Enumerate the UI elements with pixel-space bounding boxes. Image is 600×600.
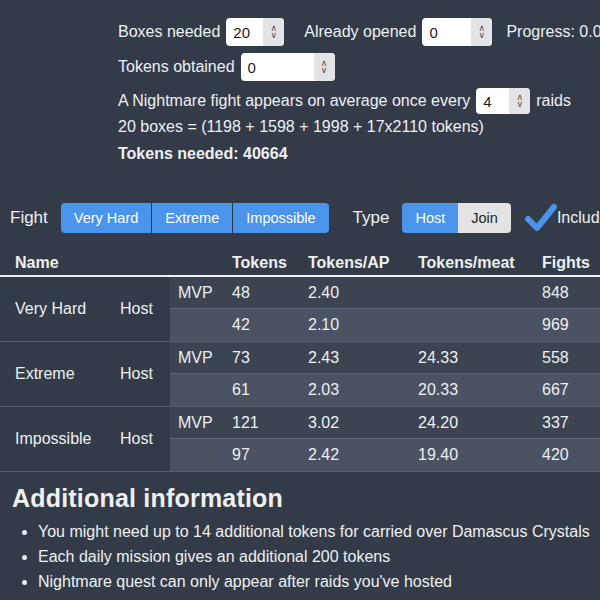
nightmare-frequency-value[interactable]: 4 (476, 88, 509, 114)
group-type: Host (120, 342, 170, 406)
header-tokens-meat: Tokens/meat (418, 254, 542, 272)
cell-mvp: MVP (170, 414, 232, 432)
spinner-down-icon[interactable]: ∨ (271, 32, 278, 39)
table-group-very-hard: Very Hard Host MVP 48 2.40 848 42 2.10 9… (0, 277, 600, 342)
form-row-tokens-obtained: Tokens obtained 0 ∧∨ (118, 53, 335, 81)
already-opened-input[interactable]: 0 ∧∨ (422, 18, 492, 46)
cell-tokens-ap: 2.40 (308, 284, 418, 302)
checkmark-icon[interactable] (525, 202, 557, 234)
cell-tokens-meat: 24.33 (418, 349, 542, 367)
cell-tokens-ap: 2.43 (308, 349, 418, 367)
tokens-obtained-label: Tokens obtained (118, 58, 235, 76)
table-row: MVP 121 3.02 24.20 337 (170, 407, 600, 439)
type-button-group: Host Join (402, 203, 510, 233)
boxes-needed-value[interactable]: 20 (226, 18, 263, 46)
spinner-arrows[interactable]: ∧∨ (509, 88, 530, 114)
additional-info-list: You might need up to 14 additional token… (12, 523, 600, 591)
type-host-button[interactable]: Host (402, 203, 458, 233)
table-group-impossible: Impossible Host MVP 121 3.02 24.20 337 9… (0, 407, 600, 472)
list-item: You might need up to 14 additional token… (38, 523, 600, 541)
cell-mvp: MVP (170, 284, 232, 302)
cell-tokens: 42 (232, 316, 308, 334)
fight-label: Fight (10, 208, 48, 228)
group-name: Very Hard (0, 277, 120, 341)
cell-fights: 969 (542, 316, 600, 334)
boxes-needed-input[interactable]: 20 ∧∨ (226, 18, 284, 46)
tokens-obtained-input[interactable]: 0 ∧∨ (241, 53, 335, 81)
type-label: Type (353, 208, 390, 228)
cell-tokens-meat: 24.20 (418, 414, 542, 432)
fight-impossible-button[interactable]: Impossible (232, 203, 328, 233)
fight-button-group: Very Hard Extreme Impossible (61, 203, 329, 233)
table-header-row: Name Tokens Tokens/AP Tokens/meat Fights (0, 250, 600, 277)
already-opened-label: Already opened (304, 23, 416, 41)
nightmare-frequency-prefix: A Nightmare fight appears on average onc… (118, 92, 470, 110)
table-row: 61 2.03 20.33 667 (170, 374, 600, 406)
cell-fights: 558 (542, 349, 600, 367)
cell-tokens: 61 (232, 381, 308, 399)
cell-tokens-ap: 2.03 (308, 381, 418, 399)
tokens-needed-text: Tokens needed: 40664 (118, 145, 288, 163)
cell-tokens-ap: 2.42 (308, 446, 418, 464)
table-row: MVP 48 2.40 848 (170, 277, 600, 309)
fight-extreme-button[interactable]: Extreme (151, 203, 232, 233)
cell-mvp: MVP (170, 349, 232, 367)
cell-fights: 337 (542, 414, 600, 432)
nightmare-frequency-suffix: raids (536, 92, 571, 110)
cell-tokens-meat: 19.40 (418, 446, 542, 464)
cell-tokens-ap: 2.10 (308, 316, 418, 334)
cell-tokens: 48 (232, 284, 308, 302)
fight-very-hard-button[interactable]: Very Hard (61, 203, 151, 233)
boxes-breakdown-text: 20 boxes = (1198 + 1598 + 1998 + 17x2110… (118, 118, 484, 136)
type-join-button[interactable]: Join (458, 203, 511, 233)
fight-controls-row: Fight Very Hard Extreme Impossible Type … (10, 202, 600, 234)
form-row-boxes: Boxes needed 20 ∧∨ Already opened 0 ∧∨ P… (118, 18, 600, 46)
boxes-needed-label: Boxes needed (118, 23, 220, 41)
group-name: Impossible (0, 407, 120, 471)
list-item: Each daily mission gives an additional 2… (38, 548, 600, 566)
already-opened-value[interactable]: 0 (422, 18, 471, 46)
spinner-arrows[interactable]: ∧∨ (263, 18, 284, 46)
cell-tokens: 97 (232, 446, 308, 464)
additional-info-title: Additional information (12, 484, 600, 513)
cell-tokens-meat: 20.33 (418, 381, 542, 399)
cell-tokens-ap: 3.02 (308, 414, 418, 432)
spinner-arrows[interactable]: ∧∨ (471, 18, 492, 46)
group-name: Extreme (0, 342, 120, 406)
spinner-arrows[interactable]: ∧∨ (314, 53, 335, 81)
table-row: 42 2.10 969 (170, 309, 600, 341)
cell-tokens: 121 (232, 414, 308, 432)
table-row: MVP 73 2.43 24.33 558 (170, 342, 600, 374)
spinner-down-icon[interactable]: ∨ (479, 32, 486, 39)
header-name: Name (0, 254, 232, 272)
nightmare-frequency-input[interactable]: 4 ∧∨ (476, 88, 530, 114)
header-fights: Fights (542, 254, 600, 272)
cell-fights: 848 (542, 284, 600, 302)
raid-results-table: Name Tokens Tokens/AP Tokens/meat Fights… (0, 250, 600, 472)
progress-text: Progress: 0.00 (506, 23, 600, 41)
table-row: 97 2.42 19.40 420 (170, 439, 600, 471)
spinner-down-icon[interactable]: ∨ (321, 67, 328, 74)
additional-info-section: Additional information You might need up… (12, 484, 600, 598)
cell-fights: 420 (542, 446, 600, 464)
include-nightmare-label: Include Nightmare (557, 209, 600, 227)
cell-fights: 667 (542, 381, 600, 399)
header-tokens-ap: Tokens/AP (308, 254, 418, 272)
spinner-down-icon[interactable]: ∨ (516, 101, 523, 108)
form-row-nightmare-frequency: A Nightmare fight appears on average onc… (118, 88, 571, 114)
group-type: Host (120, 277, 170, 341)
table-group-extreme: Extreme Host MVP 73 2.43 24.33 558 61 2.… (0, 342, 600, 407)
group-type: Host (120, 407, 170, 471)
cell-tokens: 73 (232, 349, 308, 367)
tokens-obtained-value[interactable]: 0 (241, 53, 314, 81)
list-item: Nightmare quest can only appear after ra… (38, 573, 600, 591)
header-tokens: Tokens (232, 254, 308, 272)
